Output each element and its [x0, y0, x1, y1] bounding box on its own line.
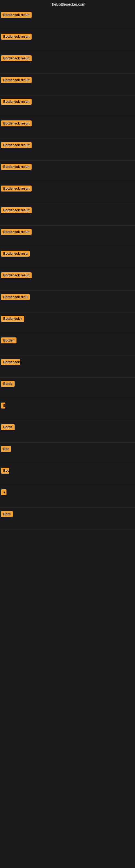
site-title: TheBottlenecker.com [0, 0, 135, 9]
bottleneck-badge[interactable]: Bottleneck result [1, 142, 32, 148]
list-item: Bottleneck result [0, 52, 135, 74]
list-item: Bottle [0, 378, 135, 399]
bottleneck-badge[interactable]: Bottleneck result [1, 186, 32, 191]
list-item: Bottleneck result [0, 9, 135, 30]
list-item: Bot [0, 443, 135, 464]
bottleneck-badge[interactable]: Bottleneck result [1, 272, 32, 278]
list-item: Bottleneck resu [0, 247, 135, 269]
list-item: Bottleneck result [0, 204, 135, 226]
bottleneck-badge[interactable]: Bottleneck resu [1, 294, 30, 300]
list-item: Bottleneck result [0, 74, 135, 95]
bottleneck-badge[interactable]: Bottleneck result [1, 207, 32, 213]
list-item: Bottlens [0, 464, 135, 486]
list-item: Bottlen [0, 334, 135, 356]
list-item: Bottl [0, 508, 135, 529]
bottleneck-badge[interactable]: s [1, 489, 6, 495]
bottleneck-badge[interactable]: Bottle [1, 424, 14, 430]
bottleneck-badge[interactable]: Bottl [1, 511, 13, 517]
list-item: Bottleneck result [0, 161, 135, 182]
list-item: Bottleneck resu [0, 291, 135, 312]
bottleneck-badge[interactable]: B [1, 403, 5, 408]
list-item: s [0, 486, 135, 508]
list-item: Bottleneck result [0, 182, 135, 204]
bottleneck-badge[interactable]: Bottleneck result [1, 12, 32, 18]
bottleneck-badge[interactable]: Bottleneck r [1, 316, 24, 322]
list-item: Bottleneck result [0, 117, 135, 139]
bottleneck-badge[interactable]: Bottleneck result [1, 34, 32, 40]
list-item: Bottleneck result [0, 269, 135, 291]
bottleneck-badge[interactable]: Bottle [1, 381, 14, 387]
bottleneck-badge[interactable]: Bottleneck result [1, 120, 32, 126]
bottleneck-badge[interactable]: Bot [1, 446, 11, 452]
bottleneck-badge[interactable]: Bottleneck [1, 359, 20, 365]
bottleneck-badge[interactable]: Bottleneck resu [1, 251, 30, 257]
list-item: Bottleneck r [0, 312, 135, 334]
list-item: B [0, 399, 135, 421]
list-item: Bottleneck [0, 356, 135, 378]
bottleneck-badge[interactable]: Bottlen [1, 337, 16, 343]
list-item: Bottleneck result [0, 139, 135, 161]
bottleneck-badge[interactable]: Bottleneck result [1, 229, 32, 235]
list-item: Bottleneck result [0, 226, 135, 247]
bottleneck-badge[interactable]: Bottleneck result [1, 99, 32, 105]
bottleneck-badge[interactable]: Bottlens [1, 468, 9, 474]
list-item: Bottleneck result [0, 95, 135, 117]
list-item: Bottle [0, 421, 135, 443]
bottleneck-badge[interactable]: Bottleneck result [1, 55, 32, 61]
bottleneck-badge[interactable]: Bottleneck result [1, 77, 32, 83]
bottleneck-badge[interactable]: Bottleneck result [1, 164, 32, 170]
list-item: Bottleneck result [0, 30, 135, 52]
